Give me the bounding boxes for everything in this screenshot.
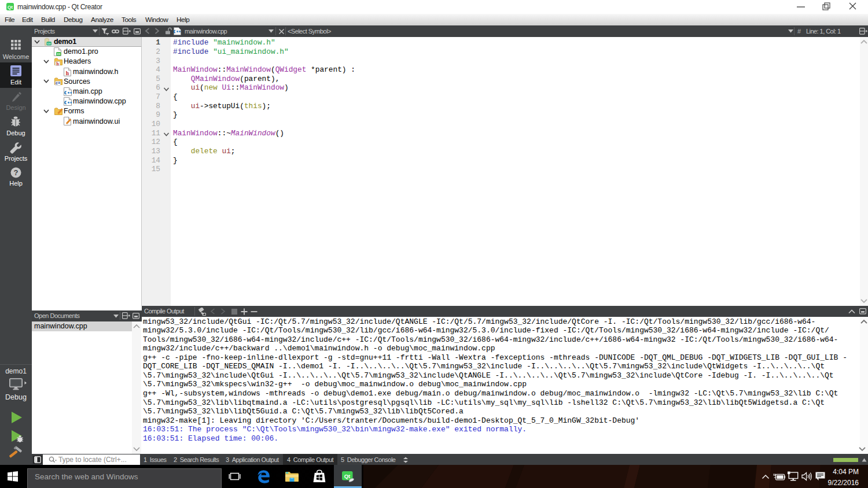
svg-text:?: ?	[14, 168, 19, 177]
svg-text:co: co	[57, 52, 61, 56]
svg-text:h: h	[56, 61, 59, 66]
svg-text:c+: c+	[56, 81, 60, 85]
svg-text:Qt: Qt	[344, 473, 351, 479]
svg-text:co: co	[47, 42, 51, 45]
svg-text:Qt: Qt	[8, 5, 13, 10]
svg-text:h: h	[66, 71, 69, 76]
